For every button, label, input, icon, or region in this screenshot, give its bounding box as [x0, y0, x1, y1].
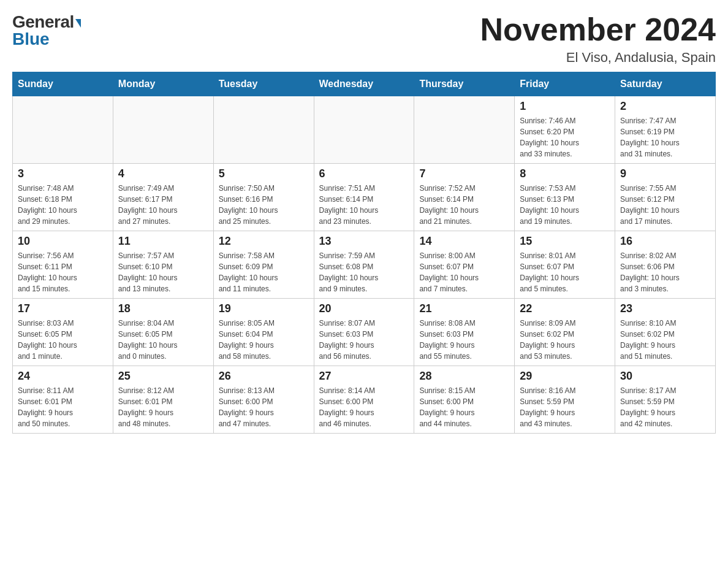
calendar-cell: 22Sunrise: 8:09 AMSunset: 6:02 PMDayligh… [515, 299, 615, 366]
day-info: Sunrise: 7:48 AMSunset: 6:18 PMDaylight:… [18, 183, 108, 227]
weekday-saturday: Saturday [615, 72, 716, 96]
weekday-thursday: Thursday [414, 72, 515, 96]
page-subtitle: El Viso, Andalusia, Spain [480, 50, 716, 66]
day-info: Sunrise: 8:03 AMSunset: 6:05 PMDaylight:… [18, 318, 108, 362]
day-number: 29 [520, 370, 610, 383]
calendar-cell: 26Sunrise: 8:13 AMSunset: 6:00 PMDayligh… [213, 366, 314, 434]
day-number: 16 [620, 235, 710, 248]
day-info: Sunrise: 7:46 AMSunset: 6:20 PMDaylight:… [520, 115, 610, 159]
day-number: 18 [118, 302, 208, 315]
day-info: Sunrise: 8:07 AMSunset: 6:03 PMDaylight:… [319, 318, 409, 362]
day-info: Sunrise: 7:49 AMSunset: 6:17 PMDaylight:… [118, 183, 208, 227]
day-info: Sunrise: 8:13 AMSunset: 6:00 PMDaylight:… [219, 385, 309, 429]
day-number: 1 [520, 100, 610, 113]
day-number: 21 [419, 302, 509, 315]
calendar-cell: 30Sunrise: 8:17 AMSunset: 5:59 PMDayligh… [615, 366, 716, 434]
calendar-cell: 5Sunrise: 7:50 AMSunset: 6:16 PMDaylight… [213, 164, 314, 231]
day-number: 19 [219, 302, 309, 315]
day-info: Sunrise: 7:58 AMSunset: 6:09 PMDaylight:… [219, 250, 309, 294]
day-info: Sunrise: 8:00 AMSunset: 6:07 PMDaylight:… [419, 250, 509, 294]
calendar-cell: 11Sunrise: 7:57 AMSunset: 6:10 PMDayligh… [113, 231, 213, 299]
day-number: 13 [319, 235, 409, 248]
calendar-cell: 9Sunrise: 7:55 AMSunset: 6:12 PMDaylight… [615, 164, 716, 231]
calendar-cell: 29Sunrise: 8:16 AMSunset: 5:59 PMDayligh… [515, 366, 615, 434]
day-info: Sunrise: 7:50 AMSunset: 6:16 PMDaylight:… [219, 183, 309, 227]
page-header: General Blue November 2024 El Viso, Anda… [12, 12, 716, 66]
day-number: 12 [219, 235, 309, 248]
day-number: 17 [18, 302, 108, 315]
day-number: 11 [118, 235, 208, 248]
day-number: 20 [319, 302, 409, 315]
day-number: 28 [419, 370, 509, 383]
day-number: 4 [118, 167, 208, 180]
calendar-cell: 25Sunrise: 8:12 AMSunset: 6:01 PMDayligh… [113, 366, 213, 434]
calendar-cell [314, 96, 414, 164]
day-number: 3 [18, 167, 108, 180]
day-info: Sunrise: 7:59 AMSunset: 6:08 PMDaylight:… [319, 250, 409, 294]
day-number: 26 [219, 370, 309, 383]
day-number: 10 [18, 235, 108, 248]
day-number: 23 [620, 302, 710, 315]
day-number: 7 [419, 167, 509, 180]
weekday-wednesday: Wednesday [314, 72, 414, 96]
calendar-cell: 19Sunrise: 8:05 AMSunset: 6:04 PMDayligh… [213, 299, 314, 366]
day-info: Sunrise: 8:05 AMSunset: 6:04 PMDaylight:… [219, 318, 309, 362]
day-info: Sunrise: 8:12 AMSunset: 6:01 PMDaylight:… [118, 385, 208, 429]
day-info: Sunrise: 8:02 AMSunset: 6:06 PMDaylight:… [620, 250, 710, 294]
calendar-cell: 12Sunrise: 7:58 AMSunset: 6:09 PMDayligh… [213, 231, 314, 299]
day-info: Sunrise: 8:16 AMSunset: 5:59 PMDaylight:… [520, 385, 610, 429]
day-info: Sunrise: 8:15 AMSunset: 6:00 PMDaylight:… [419, 385, 509, 429]
day-number: 5 [219, 167, 309, 180]
calendar-cell: 4Sunrise: 7:49 AMSunset: 6:17 PMDaylight… [113, 164, 213, 231]
day-number: 14 [419, 235, 509, 248]
calendar-cell: 1Sunrise: 7:46 AMSunset: 6:20 PMDaylight… [515, 96, 615, 164]
calendar-cell: 24Sunrise: 8:11 AMSunset: 6:01 PMDayligh… [13, 366, 113, 434]
calendar-cell: 15Sunrise: 8:01 AMSunset: 6:07 PMDayligh… [515, 231, 615, 299]
day-info: Sunrise: 8:01 AMSunset: 6:07 PMDaylight:… [520, 250, 610, 294]
calendar-cell: 10Sunrise: 7:56 AMSunset: 6:11 PMDayligh… [13, 231, 113, 299]
day-number: 2 [620, 100, 710, 113]
calendar-cell: 18Sunrise: 8:04 AMSunset: 6:05 PMDayligh… [113, 299, 213, 366]
day-number: 27 [319, 370, 409, 383]
day-number: 8 [520, 167, 610, 180]
calendar-cell: 6Sunrise: 7:51 AMSunset: 6:14 PMDaylight… [314, 164, 414, 231]
week-row-2: 10Sunrise: 7:56 AMSunset: 6:11 PMDayligh… [13, 231, 716, 299]
day-info: Sunrise: 8:09 AMSunset: 6:02 PMDaylight:… [520, 318, 610, 362]
day-info: Sunrise: 8:10 AMSunset: 6:02 PMDaylight:… [620, 318, 710, 362]
calendar-cell: 8Sunrise: 7:53 AMSunset: 6:13 PMDaylight… [515, 164, 615, 231]
day-info: Sunrise: 7:53 AMSunset: 6:13 PMDaylight:… [520, 183, 610, 227]
day-info: Sunrise: 7:52 AMSunset: 6:14 PMDaylight:… [419, 183, 509, 227]
logo: General Blue [12, 12, 81, 49]
day-number: 22 [520, 302, 610, 315]
day-number: 30 [620, 370, 710, 383]
calendar-cell: 27Sunrise: 8:14 AMSunset: 6:00 PMDayligh… [314, 366, 414, 434]
weekday-sunday: Sunday [13, 72, 113, 96]
day-number: 6 [319, 167, 409, 180]
calendar-cell [213, 96, 314, 164]
weekday-tuesday: Tuesday [213, 72, 314, 96]
day-info: Sunrise: 7:51 AMSunset: 6:14 PMDaylight:… [319, 183, 409, 227]
week-row-1: 3Sunrise: 7:48 AMSunset: 6:18 PMDaylight… [13, 164, 716, 231]
calendar-cell [414, 96, 515, 164]
calendar-cell: 16Sunrise: 8:02 AMSunset: 6:06 PMDayligh… [615, 231, 716, 299]
calendar-cell: 23Sunrise: 8:10 AMSunset: 6:02 PMDayligh… [615, 299, 716, 366]
day-info: Sunrise: 8:17 AMSunset: 5:59 PMDaylight:… [620, 385, 710, 429]
day-info: Sunrise: 7:47 AMSunset: 6:19 PMDaylight:… [620, 115, 710, 159]
day-info: Sunrise: 7:57 AMSunset: 6:10 PMDaylight:… [118, 250, 208, 294]
day-info: Sunrise: 8:04 AMSunset: 6:05 PMDaylight:… [118, 318, 208, 362]
calendar-cell [13, 96, 113, 164]
calendar-cell: 13Sunrise: 7:59 AMSunset: 6:08 PMDayligh… [314, 231, 414, 299]
day-info: Sunrise: 8:11 AMSunset: 6:01 PMDaylight:… [18, 385, 108, 429]
day-number: 25 [118, 370, 208, 383]
weekday-header-row: SundayMondayTuesdayWednesdayThursdayFrid… [13, 72, 716, 96]
title-block: November 2024 El Viso, Andalusia, Spain [480, 12, 716, 66]
calendar-cell: 14Sunrise: 8:00 AMSunset: 6:07 PMDayligh… [414, 231, 515, 299]
day-info: Sunrise: 7:55 AMSunset: 6:12 PMDaylight:… [620, 183, 710, 227]
day-number: 24 [18, 370, 108, 383]
logo-blue: Blue [12, 29, 50, 49]
day-info: Sunrise: 8:14 AMSunset: 6:00 PMDaylight:… [319, 385, 409, 429]
day-number: 15 [520, 235, 610, 248]
week-row-4: 24Sunrise: 8:11 AMSunset: 6:01 PMDayligh… [13, 366, 716, 434]
weekday-friday: Friday [515, 72, 615, 96]
week-row-3: 17Sunrise: 8:03 AMSunset: 6:05 PMDayligh… [13, 299, 716, 366]
